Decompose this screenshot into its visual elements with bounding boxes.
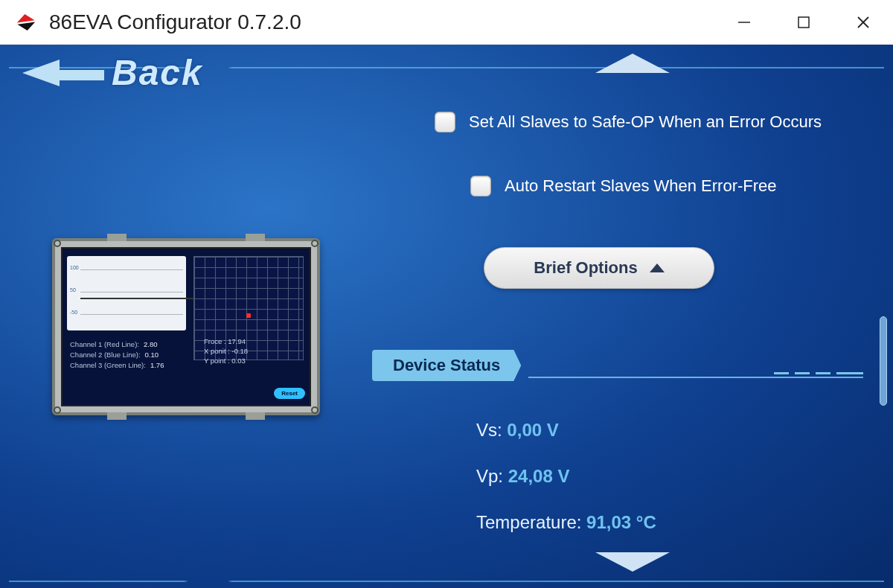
maximize-button[interactable] (774, 0, 833, 45)
label-auto-restart: Auto Restart Slaves When Error-Free (505, 176, 777, 196)
xy-readouts: Froce : 17.94 X ponit : -0.18 Y point : … (204, 336, 248, 365)
reset-button: Reset (274, 388, 305, 399)
temperature-value: 91,03 °C (586, 512, 656, 532)
vs-value: 0,00 V (507, 420, 558, 440)
app-icon (15, 10, 39, 34)
chevron-up-icon (650, 263, 665, 272)
label-safe-op: Set All Slaves to Safe-OP When an Error … (469, 112, 822, 132)
chevron-up-icon (595, 54, 670, 73)
back-button[interactable]: Back (22, 52, 203, 93)
status-row-vp: Vp: 24,08 V (476, 456, 656, 497)
titlebar: 86EVA Configurator 0.7.2.0 (0, 0, 893, 45)
device-status-values: Vs: 0,00 V Vp: 24,08 V Temperature: 91,0… (476, 409, 656, 548)
divider (528, 377, 863, 378)
close-icon (856, 15, 871, 30)
scrollbar-thumb[interactable] (880, 316, 887, 406)
chart-tick: 50 (70, 287, 76, 293)
xpoint-label: X ponit : (204, 347, 230, 355)
close-button[interactable] (833, 0, 893, 45)
chart-tick: 100 (70, 265, 79, 270)
vp-value: 24,08 V (508, 466, 570, 486)
device-status-header: Device Status (365, 350, 863, 386)
ch2-value: 0.10 (145, 351, 159, 359)
ch1-value: 2.80 (144, 340, 158, 348)
chevron-down-icon (595, 552, 670, 572)
minimize-icon (737, 15, 752, 30)
checkbox-safe-op[interactable] (435, 112, 455, 132)
brief-options-label: Brief Options (534, 258, 637, 278)
option-safe-op: Set All Slaves to Safe-OP When an Error … (435, 112, 822, 132)
status-row-temperature: Temperature: 91,03 °C (476, 502, 656, 543)
brief-options-button[interactable]: Brief Options (484, 247, 714, 289)
divider-dashes (774, 372, 863, 374)
ch2-label: Channel 2 (Blue Line): (70, 351, 141, 359)
mini-line-chart: 100 50 -50 (67, 256, 186, 330)
device-screen: 100 50 -50 Channel 1 (Red Line):2.80 Cha… (61, 247, 311, 406)
option-auto-restart: Auto Restart Slaves When Error-Free (470, 176, 777, 196)
ch1-label: Channel 1 (Red Line): (70, 340, 139, 348)
svg-rect-1 (798, 17, 809, 28)
minimize-button[interactable] (714, 0, 774, 45)
ypoint-value: 0.03 (231, 357, 246, 365)
force-value: 17.94 (228, 337, 246, 345)
maximize-icon (796, 15, 811, 30)
vs-label: Vs: (476, 420, 502, 440)
main-panel: Back Set All Slaves to Safe-OP When an E… (0, 45, 893, 588)
device-status-title: Device Status (372, 350, 521, 381)
ch3-value: 1.76 (150, 361, 164, 369)
xpoint-value: -0.18 (232, 347, 249, 355)
back-arrow-icon (22, 60, 104, 86)
force-label: Froce : (204, 337, 226, 345)
vp-label: Vp: (476, 466, 503, 486)
channel-readouts: Channel 1 (Red Line):2.80 Channel 2 (Blu… (70, 339, 164, 371)
ch3-label: Channel 3 (Green Line): (70, 361, 146, 369)
xy-point-icon (246, 313, 251, 318)
checkbox-auto-restart[interactable] (470, 176, 491, 196)
temperature-label: Temperature: (476, 512, 581, 532)
ypoint-label: Y point : (204, 357, 230, 365)
scroll-down-button[interactable] (595, 552, 670, 575)
back-label: Back (112, 52, 203, 93)
scroll-up-button[interactable] (595, 54, 670, 76)
device-preview: 100 50 -50 Channel 1 (Red Line):2.80 Cha… (52, 238, 320, 415)
chart-tick: -50 (70, 310, 77, 315)
status-row-vs: Vs: 0,00 V (476, 409, 656, 451)
window-title: 86EVA Configurator 0.7.2.0 (49, 10, 714, 34)
